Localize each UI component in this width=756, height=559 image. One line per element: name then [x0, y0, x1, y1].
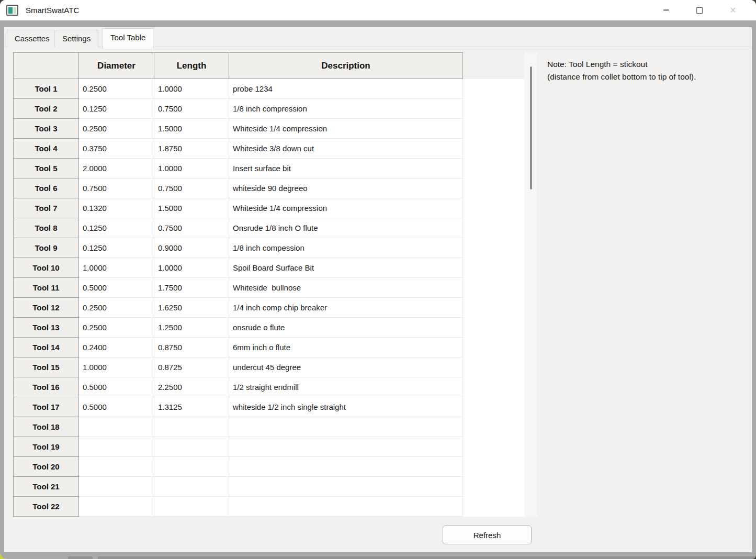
scrollbar-thumb[interactable] [530, 66, 532, 189]
tab-tool-table[interactable]: Tool Table [103, 28, 153, 49]
cell-description[interactable]: 1/4 inch comp chip breaker [229, 298, 463, 318]
cell-description[interactable]: undercut 45 degree [229, 357, 463, 377]
cell-description[interactable]: Whiteside 1/4 compression [229, 198, 463, 218]
cell-diameter[interactable]: 1.0000 [79, 258, 154, 278]
cell-length[interactable]: 0.9000 [154, 238, 229, 258]
cell-diameter[interactable]: 0.1250 [79, 238, 154, 258]
row-header[interactable]: Tool 3 [14, 119, 79, 139]
row-header[interactable]: Tool 8 [14, 218, 79, 238]
row-header[interactable]: Tool 9 [14, 238, 79, 258]
cell-length[interactable]: 0.7500 [154, 99, 229, 119]
column-header-diameter[interactable]: Diameter [79, 53, 154, 79]
cell-description[interactable]: whiteside 90 degreeo [229, 178, 463, 198]
cell-length[interactable]: 1.5000 [154, 119, 229, 139]
cell-diameter[interactable]: 2.0000 [79, 159, 154, 178]
cell-diameter[interactable]: 0.3750 [79, 139, 154, 159]
cell-description[interactable]: Whiteside 3/8 down cut [229, 139, 463, 159]
row-header[interactable]: Tool 12 [14, 298, 79, 318]
cell-diameter[interactable]: 0.2500 [79, 318, 154, 338]
cell-diameter[interactable] [79, 497, 154, 517]
close-icon[interactable]: ✕ [716, 0, 750, 20]
row-header[interactable]: Tool 17 [14, 397, 79, 417]
cell-length[interactable]: 1.7500 [154, 278, 229, 298]
cell-description[interactable] [229, 457, 463, 477]
column-header-length[interactable]: Length [154, 53, 229, 79]
cell-length[interactable]: 1.0000 [154, 258, 229, 278]
row-header[interactable]: Tool 10 [14, 258, 79, 278]
cell-description[interactable]: 6mm inch o flute [229, 338, 463, 357]
cell-diameter[interactable]: 0.5000 [79, 397, 154, 417]
cell-length[interactable]: 0.8725 [154, 357, 229, 377]
column-header-blank[interactable] [14, 53, 79, 79]
cell-diameter[interactable]: 0.1250 [79, 218, 154, 238]
cell-diameter[interactable]: 0.2500 [79, 79, 154, 99]
row-header[interactable]: Tool 13 [14, 318, 79, 338]
cell-description[interactable]: onsrude o flute [229, 318, 463, 338]
cell-length[interactable] [154, 437, 229, 457]
cell-diameter[interactable]: 0.7500 [79, 178, 154, 198]
cell-length[interactable] [154, 497, 229, 517]
cell-diameter[interactable] [79, 417, 154, 437]
cell-length[interactable]: 2.2500 [154, 377, 229, 397]
cell-diameter[interactable]: 0.5000 [79, 377, 154, 397]
cell-diameter[interactable]: 0.2500 [79, 298, 154, 318]
cell-length[interactable]: 1.3125 [154, 397, 229, 417]
cell-description[interactable] [229, 437, 463, 457]
cell-description[interactable]: 1/2 straight endmill [229, 377, 463, 397]
cell-description[interactable]: Onsrude 1/8 inch O flute [229, 218, 463, 238]
row-header[interactable]: Tool 1 [14, 79, 79, 99]
row-header[interactable]: Tool 22 [14, 497, 79, 517]
refresh-button[interactable]: Refresh [443, 526, 532, 544]
row-header[interactable]: Tool 4 [14, 139, 79, 159]
row-header[interactable]: Tool 18 [14, 417, 79, 437]
row-header[interactable]: Tool 7 [14, 198, 79, 218]
cell-diameter[interactable]: 0.2400 [79, 338, 154, 357]
cell-description[interactable] [229, 497, 463, 517]
cell-description[interactable]: 1/8 inch compression [229, 99, 463, 119]
cell-description[interactable]: Whiteside 1/4 compression [229, 119, 463, 139]
row-header[interactable]: Tool 19 [14, 437, 79, 457]
minimize-icon[interactable]: ─ [649, 0, 683, 20]
cell-length[interactable]: 1.8750 [154, 139, 229, 159]
row-header[interactable]: Tool 14 [14, 338, 79, 357]
cell-diameter[interactable]: 0.1320 [79, 198, 154, 218]
cell-description[interactable]: Whiteside bullnose [229, 278, 463, 298]
cell-length[interactable]: 1.0000 [154, 79, 229, 99]
cell-length[interactable]: 1.5000 [154, 198, 229, 218]
row-header[interactable]: Tool 6 [14, 178, 79, 198]
cell-diameter[interactable]: 1.0000 [79, 357, 154, 377]
cell-length[interactable] [154, 417, 229, 437]
maximize-icon[interactable]: □ [683, 0, 716, 20]
column-header-description[interactable]: Description [229, 53, 463, 79]
cell-description[interactable] [229, 417, 463, 437]
cell-description[interactable]: 1/8 inch compession [229, 238, 463, 258]
table-scrollbar[interactable] [524, 52, 537, 517]
cell-diameter[interactable] [79, 457, 154, 477]
cell-length[interactable] [154, 457, 229, 477]
cell-description[interactable]: probe 1234 [229, 79, 463, 99]
row-header[interactable]: Tool 20 [14, 457, 79, 477]
row-header[interactable]: Tool 5 [14, 159, 79, 178]
cell-description[interactable]: Insert surface bit [229, 159, 463, 178]
tab-cassettes[interactable]: Cassettes [7, 30, 58, 47]
row-header[interactable]: Tool 15 [14, 357, 79, 377]
cell-length[interactable]: 1.0000 [154, 159, 229, 178]
cell-length[interactable]: 1.2500 [154, 318, 229, 338]
cell-length[interactable]: 0.7500 [154, 178, 229, 198]
cell-length[interactable]: 1.6250 [154, 298, 229, 318]
cell-diameter[interactable]: 0.2500 [79, 119, 154, 139]
cell-diameter[interactable] [79, 437, 154, 457]
row-header[interactable]: Tool 2 [14, 99, 79, 119]
cell-length[interactable]: 0.8750 [154, 338, 229, 357]
cell-length[interactable]: 0.7500 [154, 218, 229, 238]
row-header[interactable]: Tool 16 [14, 377, 79, 397]
cell-description[interactable]: whiteside 1/2 inch single straight [229, 397, 463, 417]
cell-diameter[interactable]: 0.5000 [79, 278, 154, 298]
cell-diameter[interactable]: 0.1250 [79, 99, 154, 119]
cell-description[interactable] [229, 477, 463, 497]
row-header[interactable]: Tool 11 [14, 278, 79, 298]
cell-diameter[interactable] [79, 477, 154, 497]
tab-settings[interactable]: Settings [54, 30, 98, 47]
cell-description[interactable]: Spoil Board Surface Bit [229, 258, 463, 278]
cell-length[interactable] [154, 477, 229, 497]
